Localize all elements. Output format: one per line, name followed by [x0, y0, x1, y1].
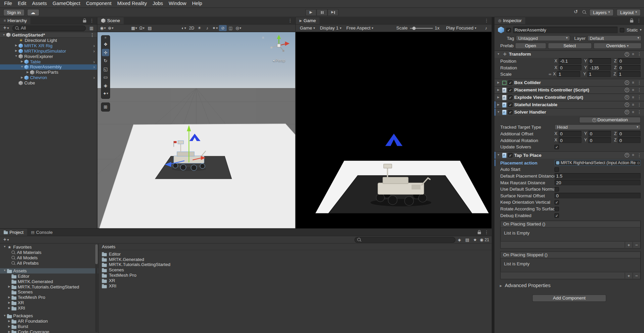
hierarchy-item-chevron[interactable]: ▶ Chevron ›: [0, 75, 97, 80]
tree-folder-xr[interactable]: ▶ XR: [0, 300, 98, 306]
help-icon[interactable]: ?: [625, 88, 629, 92]
camera-settings-dropdown[interactable]: ◫: [227, 25, 234, 31]
more-icon[interactable]: ⋮: [484, 18, 489, 23]
hierarchy-item-directional-light[interactable]: ☀ Directional Light: [0, 38, 97, 43]
tab-project[interactable]: Project: [0, 229, 27, 236]
tree-folder-mrtk-tutorials[interactable]: ▶ MRTK.Tutorials.GettingStarted: [0, 284, 98, 289]
scene-orientation-gizmo[interactable]: ◂ Persp: [267, 35, 290, 62]
aspect-dropdown[interactable]: Free Aspect▾: [344, 25, 376, 31]
tab-console[interactable]: ▤ Console: [27, 229, 56, 236]
presets-icon[interactable]: ≡: [632, 95, 634, 99]
play-mode-dropdown[interactable]: Play Focused▾: [444, 25, 479, 31]
create-object-button[interactable]: +▾: [2, 25, 10, 31]
additional-rotation-z-field[interactable]: 0: [618, 137, 641, 143]
scale-x-field[interactable]: 1: [557, 71, 581, 77]
snap-settings-dropdown[interactable]: Ω▾: [138, 25, 146, 31]
keep-orientation-vertical-checkbox[interactable]: [554, 200, 559, 204]
sign-in-button[interactable]: Sign in: [3, 9, 24, 16]
foldout-closed-icon[interactable]: ▶: [7, 325, 11, 328]
foldout-closed-icon[interactable]: ▶: [496, 103, 500, 107]
hidden-packages-toggle[interactable]: ◉21: [479, 237, 490, 243]
increment-snap-button[interactable]: ▤: [146, 25, 154, 31]
scene-canvas[interactable]: [97, 32, 295, 228]
asset-folder-scenes[interactable]: Scenes: [99, 267, 492, 273]
presets-icon[interactable]: ≡: [632, 103, 634, 107]
tree-folder-textmesh-pro[interactable]: ▶ TextMesh Pro: [0, 295, 98, 300]
additional-offset-x-field[interactable]: 0: [558, 131, 581, 137]
assets-root[interactable]: ▼ Assets: [0, 268, 98, 274]
foldout-closed-icon[interactable]: ▶: [7, 330, 11, 333]
tree-package-ar-foundation[interactable]: ▶ AR Foundation: [0, 319, 98, 324]
foldout-open-icon[interactable]: ▼: [496, 153, 500, 157]
menu-help[interactable]: Help: [189, 0, 205, 7]
tag-dropdown[interactable]: Untagged▾: [516, 35, 570, 41]
foldout-open-icon[interactable]: ▼: [2, 269, 7, 273]
orientation-overlay-handle[interactable]: ≡: [262, 36, 264, 40]
packages-root[interactable]: ▼ Packages: [0, 313, 98, 319]
hierarchy-settings-icon[interactable]: ▥: [88, 25, 95, 31]
foldout-open-icon[interactable]: ▼: [496, 53, 500, 56]
lock-icon[interactable]: [83, 20, 86, 22]
gameobject-name-field[interactable]: RoverAssembly: [513, 27, 618, 34]
position-y-field[interactable]: 0: [588, 58, 611, 64]
component-enabled-checkbox[interactable]: [508, 80, 513, 85]
project-breadcrumb[interactable]: Assets: [99, 244, 492, 250]
foldout-open-icon[interactable]: ▼: [14, 55, 18, 58]
tree-package-burst[interactable]: ▶ Burst: [0, 324, 98, 329]
tree-folder-editor[interactable]: Editor: [0, 274, 98, 279]
overlay-handle[interactable]: ≡: [105, 36, 107, 40]
hierarchy-item-rover-explorer[interactable]: ▼ RoverExplorer: [0, 54, 97, 59]
more-icon[interactable]: ⋮: [288, 18, 292, 23]
add-event-button[interactable]: +: [625, 242, 632, 248]
display-dropdown[interactable]: Display 1▾: [318, 25, 344, 31]
lighting-toggle[interactable]: ☀: [196, 25, 203, 31]
hierarchy-scene-row[interactable]: ▼ GettingStarted* ⋮: [0, 32, 97, 38]
transform-tool-button[interactable]: ◈: [102, 82, 109, 89]
active-checkbox[interactable]: [506, 28, 511, 32]
component-header-box-collider[interactable]: ▶ Box Collider ?≡⋮: [494, 79, 644, 86]
additional-rotation-x-field[interactable]: 0: [558, 137, 581, 143]
view-tool-button[interactable]: ❖: [102, 41, 109, 48]
more-icon[interactable]: ⋮: [637, 102, 641, 107]
static-dropdown-icon[interactable]: ▾: [640, 28, 642, 32]
menu-file[interactable]: File: [1, 0, 15, 7]
lock-icon[interactable]: [478, 232, 481, 234]
presets-icon[interactable]: ≡: [632, 153, 634, 157]
component-header-tap-to-place[interactable]: ▼ Tap To Place ?≡⋮: [494, 151, 644, 159]
scale-tool-button[interactable]: ◱: [102, 65, 109, 73]
scale-y-field[interactable]: 1: [587, 71, 611, 77]
pause-button[interactable]: [316, 9, 327, 16]
rotation-x-field[interactable]: 0: [558, 65, 581, 70]
additional-rotation-y-field[interactable]: 0: [588, 137, 611, 143]
tree-package-code-coverage[interactable]: ▶ Code Coverage: [0, 329, 98, 333]
remove-event-button[interactable]: −: [633, 273, 640, 278]
foldout-closed-icon[interactable]: ▶: [7, 320, 11, 323]
step-button[interactable]: ▶: [328, 9, 339, 16]
foldout-closed-icon[interactable]: ▶: [14, 44, 18, 48]
favorites-root[interactable]: ▼ ★ Favorites: [0, 245, 98, 250]
hierarchy-search-field[interactable]: All: [12, 25, 86, 31]
open-prefab-icon[interactable]: ›: [91, 49, 97, 54]
tree-folder-scenes[interactable]: Scenes: [0, 289, 98, 295]
pivot-point-dropdown[interactable]: ◉▾: [99, 25, 107, 31]
presets-icon[interactable]: ≡: [632, 80, 634, 85]
component-header-explode-view[interactable]: ▶ Explode View Controller (Script) ?≡⋮: [494, 93, 644, 101]
component-enabled-checkbox[interactable]: [508, 153, 513, 157]
add-asset-button[interactable]: +▾: [2, 237, 10, 243]
tab-inspector[interactable]: ◎ Inspector: [494, 17, 525, 24]
asset-folder-xri[interactable]: XRI: [99, 283, 492, 289]
panel-splitter[interactable]: [492, 17, 495, 333]
hierarchy-item-rover-assembly[interactable]: ▼ RoverAssembly ›: [0, 64, 97, 70]
rotate-tool-button[interactable]: ↻: [102, 57, 109, 64]
audio-toggle[interactable]: ♪: [203, 25, 211, 31]
hierarchy-item-cube[interactable]: Cube: [0, 80, 97, 86]
max-raycast-distance-field[interactable]: 20: [554, 180, 641, 185]
foldout-closed-icon[interactable]: ▶: [7, 285, 11, 288]
asset-folder-xr[interactable]: XR: [99, 278, 492, 283]
presets-icon[interactable]: ≡: [632, 52, 634, 57]
help-icon[interactable]: ?: [625, 153, 629, 157]
grid-visibility-dropdown[interactable]: ▦▾: [130, 25, 138, 31]
menu-component[interactable]: Component: [83, 0, 114, 7]
help-icon[interactable]: ?: [625, 95, 629, 99]
open-prefab-icon[interactable]: ›: [91, 43, 97, 48]
